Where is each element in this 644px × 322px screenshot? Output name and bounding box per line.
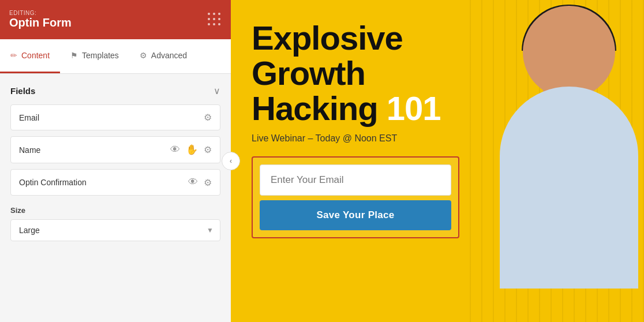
- fields-section-header: Fields ∨: [10, 85, 220, 96]
- size-select[interactable]: Small Medium Large Extra Large: [10, 219, 220, 241]
- collapse-panel-button[interactable]: ‹: [222, 152, 240, 170]
- email-input-field[interactable]: [260, 164, 451, 196]
- dots-grid-icon[interactable]: [208, 13, 222, 27]
- tab-templates-label: Templates: [82, 51, 119, 60]
- panel-title: Optin Form: [9, 16, 72, 29]
- hero-title-line3-text: Hacking: [252, 89, 378, 127]
- submit-button[interactable]: Save Your Place: [260, 200, 451, 230]
- field-optin-label: Optin Confirmation: [19, 178, 87, 187]
- hero-subtitle: Live Webinar – Today @ Noon EST: [252, 133, 644, 144]
- hero-content: Explosive Growth Hacking 101 Live Webina…: [231, 0, 644, 238]
- hero-title-line2: Growth: [252, 56, 644, 91]
- field-name-label: Name: [19, 145, 40, 155]
- eye-off-icon-name[interactable]: 👁: [170, 144, 180, 156]
- tab-templates[interactable]: ⚑ Templates: [60, 39, 129, 73]
- settings-icon-optin[interactable]: ⚙: [204, 177, 212, 188]
- sliders-icon: ⚙: [140, 51, 147, 60]
- tab-content[interactable]: ✏ Content: [0, 39, 60, 73]
- size-select-wrapper: Small Medium Large Extra Large ▼: [10, 219, 220, 241]
- right-panel: Explosive Growth Hacking 101 Live Webina…: [231, 0, 644, 322]
- hero-title-line3: Hacking 101: [252, 91, 644, 126]
- templates-icon: ⚑: [70, 51, 78, 60]
- hero-title-line1: Explosive: [252, 21, 644, 56]
- tab-content-label: Content: [21, 51, 50, 60]
- field-optin-actions: 👁 ⚙: [188, 177, 212, 188]
- editing-label: EDITING:: [9, 10, 72, 16]
- panel-header: EDITING: Optin Form: [0, 0, 231, 39]
- drag-icon-name[interactable]: ✋: [186, 144, 198, 156]
- field-item-optin: Optin Confirmation 👁 ⚙: [10, 169, 220, 196]
- tab-advanced[interactable]: ⚙ Advanced: [129, 39, 197, 73]
- field-item-name: Name 👁 ✋ ⚙: [10, 136, 220, 163]
- panel-content: Fields ∨ Email ⚙ Name 👁 ✋ ⚙ Optin Confir…: [0, 74, 231, 322]
- field-email-label: Email: [19, 113, 39, 122]
- chevron-down-icon[interactable]: ∨: [214, 85, 220, 96]
- panel-header-left: EDITING: Optin Form: [9, 10, 72, 29]
- size-label: Size: [10, 206, 220, 215]
- hero-title: Explosive Growth Hacking 101: [252, 21, 644, 126]
- settings-icon-name[interactable]: ⚙: [204, 144, 212, 155]
- left-panel: EDITING: Optin Form ✏ Content ⚑ Template…: [0, 0, 231, 322]
- tab-advanced-label: Advanced: [151, 51, 187, 60]
- pencil-icon: ✏: [10, 51, 17, 60]
- hero-title-highlight: 101: [387, 89, 441, 127]
- field-item-email: Email ⚙: [10, 104, 220, 130]
- fields-section-title: Fields: [10, 86, 35, 96]
- field-name-actions: 👁 ✋ ⚙: [170, 144, 212, 156]
- eye-off-icon-optin[interactable]: 👁: [188, 177, 198, 188]
- tabs-bar: ✏ Content ⚑ Templates ⚙ Advanced: [0, 39, 231, 74]
- settings-icon-email[interactable]: ⚙: [204, 112, 212, 123]
- field-email-actions: ⚙: [204, 112, 212, 123]
- optin-form-area: Save Your Place: [252, 156, 459, 238]
- size-section: Size Small Medium Large Extra Large ▼: [10, 206, 220, 241]
